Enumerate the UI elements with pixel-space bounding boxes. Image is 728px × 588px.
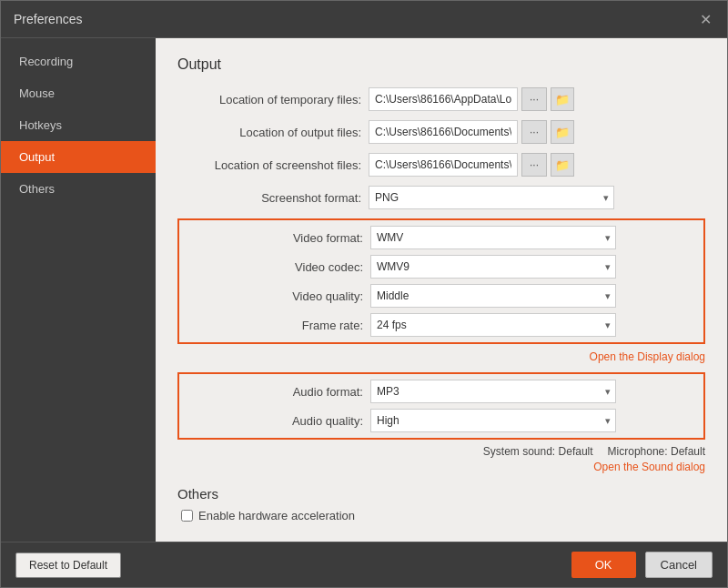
output-files-folder-button[interactable]: 📁 xyxy=(551,120,574,144)
cancel-button[interactable]: Cancel xyxy=(645,552,713,578)
hardware-accel-checkbox[interactable] xyxy=(181,510,193,522)
system-sound-info: System sound: Default xyxy=(483,445,593,458)
audio-format-row: Audio format: MP3 AAC WAV FLAC xyxy=(179,380,703,403)
sidebar-item-hotkeys[interactable]: Hotkeys xyxy=(1,109,156,141)
preferences-dialog: Preferences ✕ Recording Mouse Hotkeys Ou… xyxy=(0,0,728,588)
screenshot-files-group: ··· 📁 xyxy=(369,153,574,177)
close-button[interactable]: ✕ xyxy=(696,10,714,28)
audio-format-select[interactable]: MP3 AAC WAV FLAC xyxy=(370,380,616,403)
frame-rate-select[interactable]: 15 fps 20 fps 24 fps 30 fps 60 fps xyxy=(370,313,616,337)
frame-rate-label: Frame rate: xyxy=(179,319,370,332)
temp-files-folder-button[interactable]: 📁 xyxy=(551,87,574,111)
folder-icon: 📁 xyxy=(555,126,570,139)
video-codec-row: Video codec: WMV9 H.264 H.265 xyxy=(179,255,703,279)
hardware-accel-row: Enable hardware acceleration xyxy=(181,509,705,522)
audio-settings-section: Audio format: MP3 AAC WAV FLAC Audio qua… xyxy=(177,372,705,440)
display-dialog-link-row: Open the Display dialog xyxy=(177,350,705,363)
dialog-content: Recording Mouse Hotkeys Output Others Ou… xyxy=(1,38,727,542)
video-quality-row: Video quality: Low Middle High Lossless xyxy=(179,284,703,308)
video-quality-label: Video quality: xyxy=(179,289,370,303)
screenshot-format-wrapper: PNG JPG BMP xyxy=(369,186,614,209)
dialog-title: Preferences xyxy=(14,12,82,26)
frame-rate-wrapper: 15 fps 20 fps 24 fps 30 fps 60 fps xyxy=(370,313,616,337)
audio-quality-row: Audio quality: Low Middle High xyxy=(179,409,703,432)
main-content: Output Location of temporary files: ··· … xyxy=(156,38,727,542)
screenshot-files-label: Location of screenshot files: xyxy=(177,158,369,172)
temp-files-row: Location of temporary files: ··· 📁 xyxy=(177,87,705,111)
folder-icon: 📁 xyxy=(555,93,570,106)
sidebar: Recording Mouse Hotkeys Output Others xyxy=(1,38,156,542)
sidebar-item-output[interactable]: Output xyxy=(1,141,156,173)
temp-files-input[interactable] xyxy=(369,87,518,111)
video-settings-section: Video format: WMV MP4 MOV AVI FLV TS GIF xyxy=(177,218,705,344)
sound-info-row: System sound: Default Microphone: Defaul… xyxy=(177,445,705,458)
video-codec-label: Video codec: xyxy=(179,260,370,274)
others-section-title: Others xyxy=(177,486,705,502)
video-format-select[interactable]: WMV MP4 MOV AVI FLV TS GIF xyxy=(370,226,616,249)
hardware-accel-label: Enable hardware acceleration xyxy=(198,509,355,522)
folder-icon: 📁 xyxy=(555,158,570,172)
audio-format-wrapper: MP3 AAC WAV FLAC xyxy=(370,380,616,403)
temp-files-dots-button[interactable]: ··· xyxy=(521,87,547,111)
output-files-dots-button[interactable]: ··· xyxy=(521,120,547,144)
screenshot-files-row: Location of screenshot files: ··· 📁 xyxy=(177,153,705,177)
output-files-label: Location of output files: xyxy=(177,126,369,139)
audio-quality-select[interactable]: Low Middle High xyxy=(370,409,616,432)
sidebar-item-mouse[interactable]: Mouse xyxy=(1,77,156,109)
temp-files-label: Location of temporary files: xyxy=(177,93,369,106)
output-files-group: ··· 📁 xyxy=(369,120,574,144)
output-files-row: Location of output files: ··· 📁 xyxy=(177,120,705,144)
screenshot-format-row: Screenshot format: PNG JPG BMP xyxy=(177,186,705,209)
video-quality-wrapper: Low Middle High Lossless xyxy=(370,284,616,308)
screenshot-files-input[interactable] xyxy=(369,153,518,177)
video-codec-select[interactable]: WMV9 H.264 H.265 xyxy=(370,255,616,279)
video-format-row: Video format: WMV MP4 MOV AVI FLV TS GIF xyxy=(179,226,703,249)
screenshot-format-select[interactable]: PNG JPG BMP xyxy=(369,186,614,209)
output-section-title: Output xyxy=(177,56,705,73)
audio-quality-label: Audio quality: xyxy=(179,414,370,428)
title-bar: Preferences ✕ xyxy=(1,1,727,38)
sound-dialog-link-row: Open the Sound dialog xyxy=(177,460,705,473)
dialog-footer: Reset to Default OK Cancel xyxy=(1,542,727,587)
video-format-label: Video format: xyxy=(179,231,370,245)
ok-button[interactable]: OK xyxy=(571,552,636,578)
microphone-info: Microphone: Default xyxy=(608,445,705,458)
reset-to-default-button[interactable]: Reset to Default xyxy=(15,553,121,578)
frame-rate-row: Frame rate: 15 fps 20 fps 24 fps 30 fps … xyxy=(179,313,703,337)
sidebar-item-recording[interactable]: Recording xyxy=(1,46,156,77)
video-codec-wrapper: WMV9 H.264 H.265 xyxy=(370,255,616,279)
screenshot-files-folder-button[interactable]: 📁 xyxy=(551,153,574,177)
audio-format-label: Audio format: xyxy=(179,385,370,399)
open-sound-dialog-link[interactable]: Open the Sound dialog xyxy=(593,461,705,473)
open-display-dialog-link[interactable]: Open the Display dialog xyxy=(590,350,705,363)
audio-quality-wrapper: Low Middle High xyxy=(370,409,616,432)
screenshot-files-dots-button[interactable]: ··· xyxy=(521,153,547,177)
footer-actions: OK Cancel xyxy=(571,552,713,578)
video-format-wrapper: WMV MP4 MOV AVI FLV TS GIF xyxy=(370,226,616,249)
output-files-input[interactable] xyxy=(369,120,518,144)
sidebar-item-others[interactable]: Others xyxy=(1,173,156,205)
video-quality-select[interactable]: Low Middle High Lossless xyxy=(370,284,616,308)
screenshot-format-label: Screenshot format: xyxy=(177,191,369,205)
temp-files-group: ··· 📁 xyxy=(369,87,574,111)
